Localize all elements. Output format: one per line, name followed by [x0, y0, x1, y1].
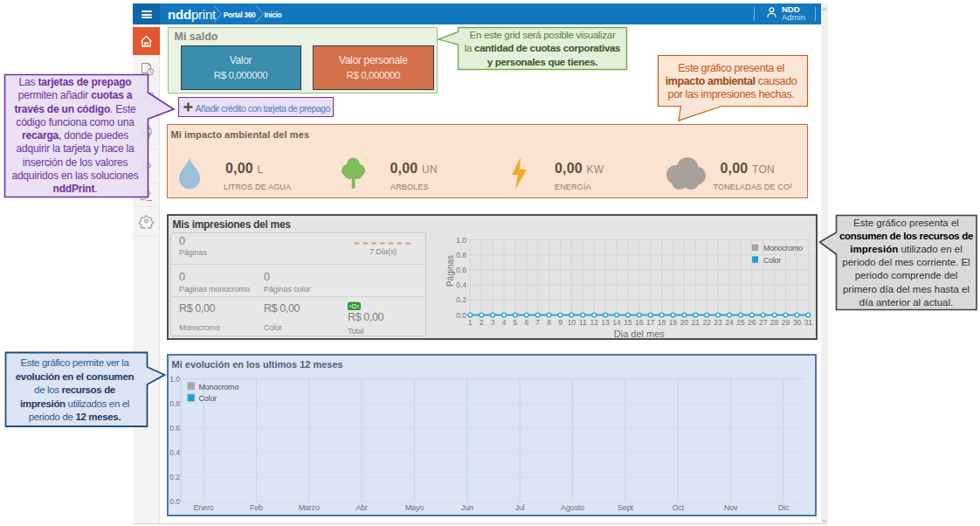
svg-text:Agosto: Agosto [561, 503, 584, 512]
svg-text:Nov: Nov [723, 503, 737, 512]
svg-text:4: 4 [501, 317, 506, 326]
svg-text:26: 26 [748, 317, 756, 326]
svg-text:10: 10 [567, 317, 576, 326]
svg-text:14: 14 [612, 317, 621, 326]
svg-text:Jul: Jul [514, 503, 524, 512]
svg-text:9: 9 [558, 317, 562, 326]
svg-text:0.0: 0.0 [456, 310, 466, 319]
svg-text:0.4: 0.4 [169, 448, 180, 457]
svg-text:22: 22 [702, 317, 711, 326]
svg-text:16: 16 [635, 317, 644, 326]
svg-text:0.0: 0.0 [169, 497, 180, 506]
svg-text:0.2: 0.2 [169, 473, 180, 481]
svg-text:2: 2 [479, 317, 483, 326]
svg-text:19: 19 [668, 317, 677, 326]
svg-text:Mayo: Mayo [404, 503, 423, 512]
svg-text:1.0: 1.0 [456, 235, 466, 244]
svg-text:Monocromo: Monocromo [198, 382, 238, 391]
svg-text:Color: Color [198, 394, 217, 403]
svg-text:8: 8 [547, 317, 551, 326]
svg-text:1: 1 [467, 317, 472, 326]
svg-text:Enero: Enero [193, 503, 213, 512]
svg-text:13: 13 [601, 317, 610, 326]
svg-text:Monocromo: Monocromo [763, 244, 803, 253]
svg-text:20: 20 [680, 317, 688, 326]
svg-text:1.0: 1.0 [169, 374, 180, 383]
svg-text:Dia del mes: Dia del mes [613, 328, 665, 338]
svg-text:0.4: 0.4 [456, 280, 466, 289]
svg-text:Sept: Sept [618, 503, 633, 512]
svg-text:15: 15 [624, 317, 632, 326]
svg-text:Abr: Abr [355, 503, 368, 512]
svg-text:Color: Color [763, 256, 781, 265]
svg-text:0.2: 0.2 [456, 295, 466, 304]
svg-text:Feb: Feb [249, 503, 262, 512]
svg-text:0.6: 0.6 [456, 265, 466, 273]
svg-text:24: 24 [725, 317, 734, 326]
svg-text:21: 21 [691, 317, 700, 326]
svg-text:12: 12 [590, 317, 598, 326]
svg-text:Dic: Dic [777, 503, 789, 512]
svg-text:Oct: Oct [672, 503, 684, 512]
svg-text:5: 5 [513, 317, 517, 326]
svg-text:Marzo: Marzo [298, 503, 319, 512]
svg-text:25: 25 [736, 317, 745, 326]
svg-text:7: 7 [535, 317, 540, 326]
svg-text:0.6: 0.6 [169, 423, 180, 432]
svg-text:0.8: 0.8 [169, 398, 180, 407]
svg-text:23: 23 [714, 317, 722, 326]
svg-text:27: 27 [758, 317, 767, 326]
svg-text:3: 3 [490, 317, 494, 326]
svg-text:Páginas: Páginas [445, 254, 455, 286]
svg-text:31: 31 [804, 317, 812, 326]
svg-text:Jun: Jun [460, 503, 473, 512]
svg-text:18: 18 [657, 317, 666, 326]
svg-text:29: 29 [781, 317, 790, 326]
svg-text:17: 17 [645, 317, 654, 326]
svg-text:30: 30 [792, 317, 801, 326]
svg-text:28: 28 [770, 317, 778, 326]
svg-text:11: 11 [578, 317, 586, 326]
svg-text:6: 6 [524, 317, 528, 326]
svg-text:0.8: 0.8 [456, 250, 466, 259]
